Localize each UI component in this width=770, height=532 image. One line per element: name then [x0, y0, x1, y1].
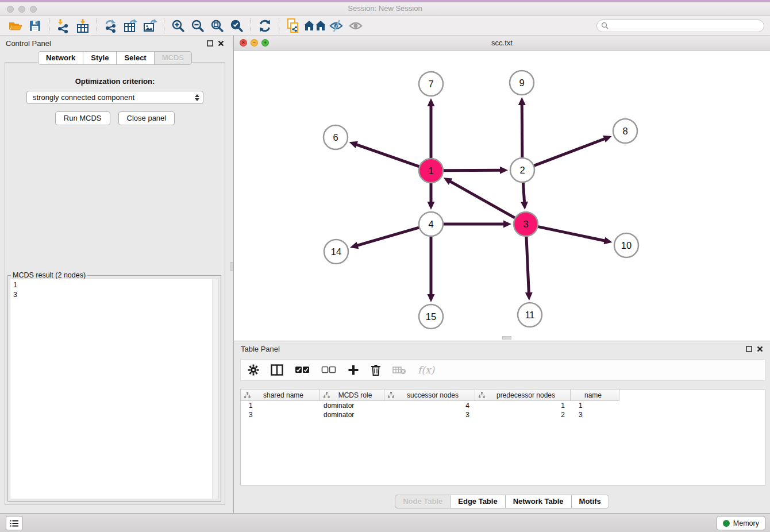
cell-successor-nodes[interactable]: 3 [384, 410, 475, 419]
tab-network-table[interactable]: Network Table [505, 495, 572, 508]
export-network-icon[interactable] [101, 17, 121, 34]
close-panel-button[interactable]: Close panel [118, 111, 175, 125]
column-header-successor-nodes[interactable]: successor nodes [384, 390, 475, 401]
column-label: name [571, 391, 619, 399]
select-stepper-icon [195, 94, 199, 101]
cell-name[interactable]: 3 [571, 410, 619, 419]
zoom-out-icon[interactable] [188, 17, 207, 34]
edge-2-9[interactable] [522, 103, 522, 158]
edge-1-6[interactable] [355, 144, 419, 167]
edge-2-8[interactable] [534, 138, 606, 166]
node-label-15: 15 [426, 311, 436, 322]
table-panel-tabs: Node TableEdge TableNetwork TableMotifs [234, 495, 770, 508]
search-field[interactable] [596, 20, 764, 32]
select-all-checkboxes-icon[interactable] [295, 366, 310, 374]
table-row[interactable]: 3dominator323 [241, 410, 765, 419]
zoom-selected-icon[interactable] [227, 17, 247, 34]
cell-predecessor-nodes[interactable]: 2 [475, 410, 571, 419]
zoom-in-icon[interactable] [168, 17, 188, 34]
cell-MCDS-role[interactable]: dominator [320, 401, 384, 410]
main-toolbar [0, 16, 770, 36]
column-header-MCDS-role[interactable]: MCDS role [320, 390, 384, 401]
column-header-predecessor-nodes[interactable]: predecessor nodes [475, 390, 571, 401]
cell-shared-name[interactable]: 1 [241, 401, 320, 410]
export-image-icon[interactable] [140, 17, 160, 34]
result-line: 1 [13, 280, 215, 290]
splitter-handle[interactable] [230, 262, 233, 271]
edge-3-11[interactable] [526, 236, 529, 294]
edge-2-3[interactable] [523, 182, 524, 203]
tab-style[interactable]: Style [83, 51, 117, 65]
network-canvas[interactable]: 7968124314101511 [234, 51, 770, 341]
column-header-shared-name[interactable]: shared name [241, 390, 320, 401]
edge-4-14[interactable] [356, 228, 419, 246]
split-column-icon[interactable] [271, 364, 283, 376]
open-session-icon[interactable] [6, 17, 25, 34]
search-icon [601, 22, 609, 29]
tab-motifs[interactable]: Motifs [571, 495, 609, 508]
edge-3-10[interactable] [538, 226, 606, 241]
cell-shared-name[interactable]: 3 [241, 410, 320, 419]
toolbar-separator [97, 18, 97, 33]
cell-successor-nodes[interactable]: 4 [384, 401, 475, 410]
canvas-splitter-handle[interactable] [502, 336, 511, 340]
memory-button[interactable]: Memory [717, 516, 765, 530]
arrowhead-4-15 [428, 294, 435, 302]
mcds-result-title: MCDS result (2 nodes) [11, 271, 87, 279]
zoom-fit-icon[interactable] [207, 17, 227, 34]
close-table-panel-icon[interactable] [757, 346, 763, 352]
mcds-result-list[interactable]: 13 [10, 279, 219, 499]
import-network-icon[interactable] [53, 17, 73, 34]
list-icon [10, 519, 19, 527]
tab-node-table[interactable]: Node Table [395, 495, 451, 508]
tab-network[interactable]: Network [38, 51, 83, 65]
arrowhead-4-14 [350, 242, 359, 249]
hide-panels-icon[interactable] [327, 17, 346, 34]
mcds-tab-content: Optimization criterion: strongly connect… [5, 62, 225, 505]
first-neighbors-icon[interactable] [303, 17, 327, 34]
table-panel-title: Table Panel [241, 345, 280, 353]
settings-gear-icon[interactable] [248, 364, 259, 376]
show-panels-icon[interactable] [346, 17, 366, 34]
edge-3-1[interactable] [449, 181, 515, 218]
node-label-6: 6 [333, 132, 338, 142]
search-input[interactable] [611, 22, 760, 30]
tree-icon [324, 392, 330, 398]
cell-predecessor-nodes[interactable]: 1 [475, 401, 571, 410]
tab-mcds[interactable]: MCDS [154, 51, 192, 65]
tab-edge-table[interactable]: Edge Table [450, 495, 505, 508]
export-table-icon[interactable] [121, 17, 140, 34]
arrowhead-1-2 [500, 167, 508, 174]
task-history-button[interactable] [6, 516, 23, 530]
save-session-icon[interactable] [25, 17, 45, 34]
node-label-11: 11 [525, 310, 534, 320]
run-mcds-button[interactable]: Run MCDS [55, 111, 110, 125]
float-table-panel-icon[interactable] [746, 346, 752, 352]
window-top-accent [0, 0, 770, 2]
float-panel-icon[interactable] [207, 40, 213, 47]
cell-name[interactable]: 1 [571, 401, 619, 410]
import-table-icon[interactable] [73, 17, 93, 34]
tab-select[interactable]: Select [116, 51, 154, 65]
arrowhead-2-9 [518, 97, 526, 105]
result-scrollbar[interactable] [212, 279, 218, 499]
column-label: successor nodes [394, 391, 475, 399]
table-row[interactable]: 1dominator411 [241, 401, 765, 410]
delete-column-icon[interactable] [371, 364, 381, 376]
panel-splitter[interactable] [230, 36, 234, 513]
deselect-checkboxes-icon[interactable] [321, 366, 336, 374]
add-column-icon[interactable] [348, 364, 359, 376]
clone-network-icon[interactable] [283, 17, 303, 34]
cell-MCDS-role[interactable]: dominator [320, 410, 384, 419]
column-header-name[interactable]: name [571, 390, 619, 401]
node-label-10: 10 [621, 240, 632, 250]
toolbar-separator [164, 18, 164, 33]
edge-1-2[interactable] [443, 170, 502, 171]
apply-layout-icon[interactable] [255, 17, 275, 34]
arrowhead-3-11 [525, 292, 533, 300]
toolbar-separator [279, 18, 279, 33]
network-graph[interactable]: 7968124314101511 [234, 51, 770, 341]
window-titlebar: Session: New Session [0, 0, 770, 16]
optimization-criterion-select[interactable]: strongly connected component [26, 91, 203, 104]
close-panel-icon[interactable] [218, 40, 224, 47]
